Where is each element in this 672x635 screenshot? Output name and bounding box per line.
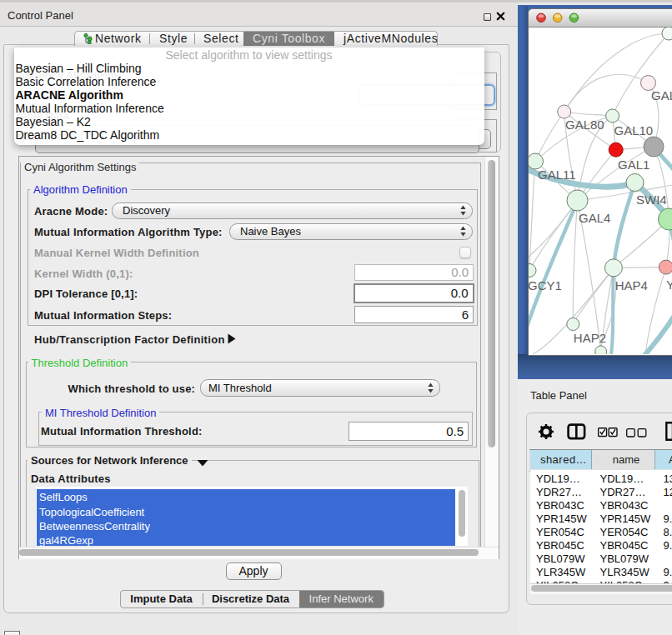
svg-text:GAL1: GAL1 (618, 158, 649, 172)
svg-text:GCY1: GCY1 (529, 278, 562, 292)
svg-text:GAL4: GAL4 (579, 211, 610, 225)
svg-text:GAL10: GAL10 (614, 123, 654, 138)
svg-text:SWI4: SWI4 (636, 192, 667, 207)
svg-text:GAL80: GAL80 (565, 118, 604, 132)
svg-text:GAL2: GAL2 (651, 88, 672, 102)
svg-text:HAP4: HAP4 (615, 278, 648, 292)
svg-text:Y: Y (666, 278, 672, 292)
svg-text:GAL11: GAL11 (538, 168, 576, 182)
svg-text:HAP2: HAP2 (574, 331, 606, 345)
